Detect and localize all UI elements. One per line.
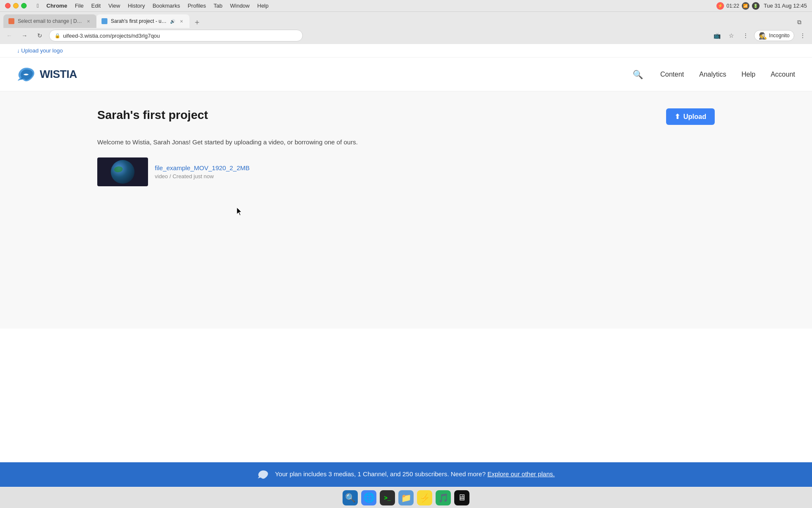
- more-button[interactable]: ⋮: [797, 30, 809, 41]
- minimize-window-button[interactable]: [13, 3, 19, 8]
- browser-chrome: Select email to change | Djang... ✕ Sara…: [0, 12, 812, 44]
- close-window-button[interactable]: [5, 3, 11, 8]
- tab-close-1[interactable]: ✕: [85, 18, 91, 24]
- back-button[interactable]: ←: [3, 30, 15, 41]
- earth-visual: [111, 160, 134, 184]
- macos-dock: 🔍 🌐 >_ 📁 ⚡ 🎵 🖥: [0, 487, 812, 508]
- page-wrapper: ↓ Upload your logo WISTIA 🔍 Content Anal…: [0, 44, 812, 508]
- tab-title-2: Sarah's first project - uifee...: [111, 18, 167, 24]
- url-text: uifeed-3.wistia.com/projects/nd3rlg7qou: [63, 33, 160, 39]
- video-meta: video / Created just now: [155, 173, 250, 179]
- search-button[interactable]: 🔍: [631, 68, 645, 81]
- video-thumbnail[interactable]: [97, 157, 148, 186]
- new-tab-button[interactable]: ＋: [191, 16, 203, 28]
- site-nav: 🔍 Content Analytics Help Account: [631, 68, 795, 81]
- video-item[interactable]: file_example_MOV_1920_2_2MB video / Crea…: [97, 157, 715, 186]
- tab-bar: Select email to change | Djang... ✕ Sara…: [0, 12, 812, 28]
- footer-banner: Your plan includes 3 medias, 1 Channel, …: [0, 462, 812, 487]
- wistia-logo[interactable]: WISTIA: [17, 67, 77, 82]
- video-info: file_example_MOV_1920_2_2MB video / Crea…: [155, 164, 250, 179]
- menu-edit[interactable]: Edit: [91, 3, 101, 9]
- welcome-text: Welcome to Wistia, Sarah Jonas! Get star…: [97, 138, 715, 146]
- tab-favicon-1: [8, 18, 14, 24]
- battery-icon: ⚡: [716, 2, 724, 10]
- secure-icon: 🔒: [55, 33, 60, 39]
- wistia-bird-icon: [17, 67, 36, 82]
- incognito-badge: 🕵 Incognito: [754, 30, 794, 41]
- reload-button[interactable]: ↻: [34, 30, 46, 41]
- dock-music[interactable]: 🎵: [436, 490, 451, 505]
- forward-button[interactable]: →: [19, 30, 30, 41]
- footer-plans-link[interactable]: Explore our other plans.: [487, 470, 554, 478]
- tab-favicon-2: [102, 18, 107, 24]
- upload-button[interactable]: ⬆ Upload: [666, 108, 715, 125]
- titlebar-right: ⚡ 01:22 📶 🔋 Tue 31 Aug 12:45: [716, 2, 807, 10]
- tab-title-1: Select email to change | Djang...: [18, 18, 82, 24]
- menu-view[interactable]: View: [108, 3, 120, 9]
- dock-finder[interactable]: 🔍: [343, 490, 358, 505]
- menu-window[interactable]: Window: [230, 3, 250, 9]
- nav-help[interactable]: Help: [741, 71, 755, 78]
- status-icons: ⚡ 01:22 📶 🔋: [716, 2, 760, 10]
- incognito-icon: 🕵: [759, 32, 767, 40]
- macos-menu:  Chrome File Edit View History Bookmark…: [37, 3, 269, 9]
- url-bar[interactable]: 🔒 uifeed-3.wistia.com/projects/nd3rlg7qo…: [49, 30, 303, 41]
- tab-audio-icon: 🔊: [170, 19, 175, 24]
- video-title-link[interactable]: file_example_MOV_1920_2_2MB: [155, 164, 250, 171]
- footer-text: Your plan includes 3 medias, 1 Channel, …: [275, 470, 486, 478]
- address-bar: ← → ↻ 🔒 uifeed-3.wistia.com/projects/nd3…: [0, 28, 812, 44]
- titlebar:  Chrome File Edit View History Bookmark…: [0, 0, 812, 12]
- footer-bird-icon: [257, 470, 269, 479]
- system-clock: Tue 31 Aug 12:45: [764, 3, 807, 9]
- network-icon: 📶: [742, 2, 749, 10]
- dock-chrome[interactable]: 🌐: [361, 490, 376, 505]
- battery-time: 01:22: [727, 3, 739, 9]
- menu-chrome[interactable]: Chrome: [47, 3, 67, 9]
- upload-logo-banner: ↓ Upload your logo: [0, 44, 812, 58]
- project-header: Sarah's first project ⬆ Upload: [97, 108, 715, 125]
- upload-icon: ⬆: [675, 113, 680, 121]
- window-controls[interactable]: [5, 3, 27, 8]
- menu-file[interactable]: File: [75, 3, 84, 9]
- menu-bookmarks[interactable]: Bookmarks: [153, 3, 180, 9]
- menu-help[interactable]: Help: [257, 3, 269, 9]
- dock-terminal[interactable]: >_: [380, 490, 395, 505]
- tab-django[interactable]: Select email to change | Djang... ✕: [3, 14, 96, 28]
- menu-history[interactable]: History: [128, 3, 145, 9]
- menu-profiles[interactable]: Profiles: [188, 3, 206, 9]
- dock-files[interactable]: 📁: [398, 490, 414, 505]
- dock-notes[interactable]: ⚡: [417, 490, 432, 505]
- dock-display[interactable]: 🖥: [454, 490, 469, 505]
- incognito-label: Incognito: [769, 33, 790, 39]
- chrome-menu-button[interactable]: ⋮: [740, 30, 752, 41]
- extensions-button[interactable]: ⧉: [793, 16, 805, 28]
- bookmark-button[interactable]: ☆: [725, 30, 737, 41]
- nav-content[interactable]: Content: [660, 71, 684, 78]
- menu-apple[interactable]: : [37, 3, 39, 9]
- charging-icon: 🔋: [752, 2, 760, 10]
- project-title: Sarah's first project: [97, 108, 208, 122]
- upload-button-label: Upload: [683, 113, 706, 121]
- nav-analytics[interactable]: Analytics: [699, 71, 726, 78]
- logo-container[interactable]: WISTIA: [17, 67, 77, 82]
- tab-wistia[interactable]: Sarah's first project - uifee... 🔊 ✕: [96, 14, 189, 28]
- nav-account[interactable]: Account: [771, 71, 795, 78]
- site-header: WISTIA 🔍 Content Analytics Help Account: [0, 58, 812, 91]
- menu-tab[interactable]: Tab: [214, 3, 222, 9]
- cast-button[interactable]: 📺: [711, 30, 723, 41]
- tab-close-2[interactable]: ✕: [178, 18, 184, 24]
- browser-actions: 📺 ☆ ⋮ 🕵 Incognito ⋮: [711, 30, 809, 41]
- upload-logo-link[interactable]: ↓ Upload your logo: [17, 47, 795, 54]
- main-content: Sarah's first project ⬆ Upload Welcome t…: [0, 91, 812, 329]
- logo-text: WISTIA: [40, 68, 77, 81]
- maximize-window-button[interactable]: [21, 3, 27, 8]
